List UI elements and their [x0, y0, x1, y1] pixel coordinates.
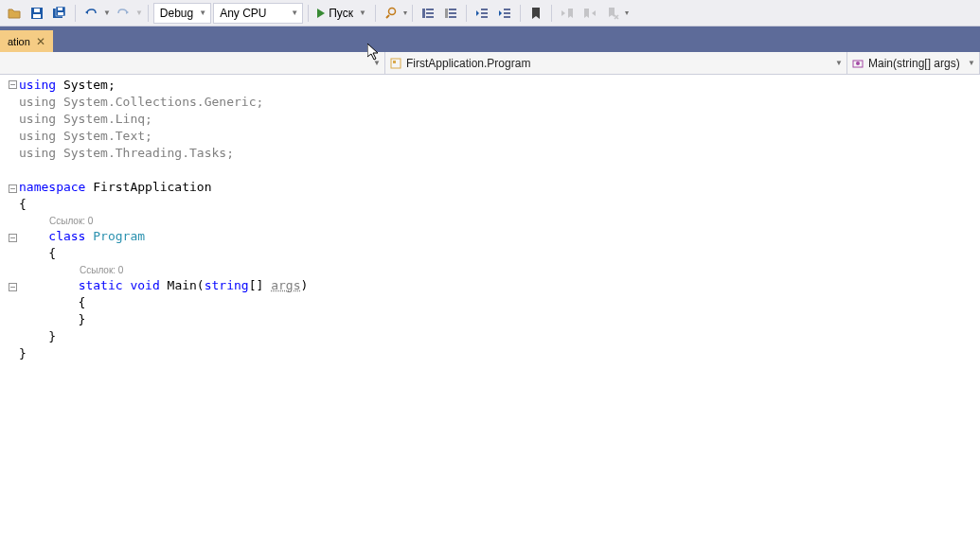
type-name: Program — [93, 229, 145, 243]
toolbar-separator — [308, 5, 309, 22]
param: args — [271, 278, 300, 292]
configuration-dropdown[interactable]: Debug ▼ — [153, 3, 211, 24]
svg-rect-1 — [33, 14, 41, 18]
keyword: using — [19, 146, 56, 160]
svg-rect-9 — [426, 9, 434, 10]
class-icon — [389, 57, 402, 70]
codelens-refs[interactable]: Ссылок: 0 — [17, 262, 980, 277]
tab-label: ation — [8, 36, 30, 47]
code-text: System.Linq; — [56, 112, 152, 126]
svg-point-25 — [856, 61, 860, 65]
uncomment-icon[interactable] — [440, 3, 461, 24]
method-dropdown[interactable]: Main(string[] args) ▼ — [847, 52, 980, 74]
svg-rect-11 — [426, 16, 434, 18]
svg-rect-12 — [445, 9, 448, 18]
open-folder-icon[interactable] — [4, 3, 25, 24]
collapse-region-icon[interactable] — [9, 80, 17, 89]
document-tab[interactable]: ation ✕ — [0, 30, 53, 52]
collapse-region-icon[interactable] — [9, 184, 17, 193]
keyword: using — [19, 112, 56, 126]
chevron-down-icon: ▼ — [968, 59, 975, 67]
brace: } — [19, 346, 27, 360]
toolbar-separator — [520, 5, 521, 22]
keyword: using — [19, 78, 56, 92]
svg-rect-17 — [481, 12, 488, 14]
svg-rect-10 — [426, 12, 434, 14]
configuration-label: Debug — [160, 7, 193, 20]
find-dropdown-arrow[interactable]: ▾ — [403, 9, 407, 17]
undo-icon[interactable] — [80, 3, 101, 24]
toolbar-separator — [551, 5, 552, 22]
code-text: System.Text; — [56, 129, 152, 143]
brace: { — [19, 295, 85, 309]
toolbar-overflow-arrow[interactable]: ▾ — [625, 9, 629, 17]
save-icon[interactable] — [27, 3, 47, 24]
collapse-region-icon[interactable] — [9, 234, 17, 242]
keyword: using — [19, 129, 56, 143]
chevron-down-icon: ▼ — [373, 59, 381, 67]
codelens-refs[interactable]: Ссылок: 0 — [17, 213, 980, 228]
chevron-down-icon: ▼ — [359, 9, 366, 17]
svg-rect-13 — [449, 9, 456, 10]
svg-rect-18 — [481, 16, 488, 18]
comment-out-icon[interactable] — [418, 3, 438, 24]
svg-rect-14 — [449, 12, 456, 14]
save-all-icon[interactable] — [49, 3, 70, 24]
platform-label: Any CPU — [220, 7, 266, 20]
next-bookmark-icon — [579, 3, 600, 24]
class-label: FirstApplication.Program — [406, 57, 530, 70]
svg-rect-6 — [58, 8, 62, 10]
brace: { — [19, 197, 27, 211]
redo-dropdown-arrow: ▼ — [135, 9, 143, 17]
decrease-indent-icon[interactable] — [472, 3, 492, 24]
chevron-down-icon: ▼ — [199, 9, 206, 17]
svg-rect-5 — [58, 12, 63, 15]
keyword: static — [79, 278, 123, 292]
outline-gutter — [0, 75, 17, 544]
document-tabstrip: ation ✕ — [0, 26, 980, 52]
platform-dropdown[interactable]: Any CPU ▼ — [213, 3, 303, 24]
toolbar-separator — [75, 5, 76, 22]
close-icon[interactable]: ✕ — [34, 35, 47, 48]
brace: } — [19, 312, 85, 326]
svg-rect-16 — [481, 9, 488, 10]
class-dropdown[interactable]: FirstApplication.Program ▼ — [385, 52, 847, 74]
svg-rect-23 — [393, 61, 396, 63]
brace: } — [19, 329, 56, 343]
svg-rect-15 — [449, 16, 456, 18]
keyword: class — [48, 229, 85, 243]
code-indent — [19, 229, 48, 243]
method-name: Main( — [168, 278, 205, 292]
find-icon[interactable] — [381, 3, 401, 24]
keyword: void — [130, 278, 159, 292]
start-debug-button[interactable]: Пуск ▼ — [313, 3, 370, 24]
svg-rect-2 — [34, 9, 40, 12]
svg-rect-20 — [504, 12, 510, 14]
code-text: System.Collections.Generic; — [56, 95, 263, 109]
keyword: using — [19, 95, 56, 109]
toolbar-separator — [375, 5, 376, 22]
code-text: System.Threading.Tasks; — [56, 146, 234, 160]
redo-icon — [113, 3, 134, 24]
code-indent — [19, 278, 79, 292]
svg-point-7 — [388, 8, 395, 14]
start-label: Пуск — [329, 7, 353, 20]
collapse-region-icon[interactable] — [9, 283, 17, 291]
toolbar-separator — [412, 5, 413, 22]
toolbar-separator — [148, 5, 149, 22]
clear-bookmark-icon — [602, 3, 623, 24]
keyword: string — [205, 278, 249, 292]
method-icon — [851, 57, 864, 70]
bookmark-icon[interactable] — [526, 3, 546, 24]
svg-rect-8 — [422, 9, 425, 18]
method-label: Main(string[] args) — [868, 57, 960, 70]
increase-indent-icon[interactable] — [494, 3, 515, 24]
code-editor[interactable]: using System; using System.Collections.G… — [0, 75, 980, 544]
keyword: namespace — [19, 180, 85, 194]
undo-dropdown-arrow[interactable]: ▼ — [103, 9, 111, 17]
namespace-dropdown[interactable]: ▼ — [0, 52, 385, 74]
code-text: FirstApplication — [85, 180, 211, 194]
svg-rect-19 — [504, 9, 510, 10]
chevron-down-icon: ▼ — [835, 59, 843, 67]
play-icon — [317, 9, 325, 18]
